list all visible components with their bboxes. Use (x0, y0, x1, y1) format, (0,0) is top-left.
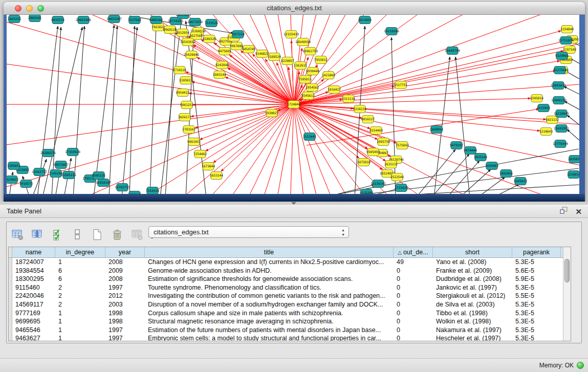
table-row[interactable]: 946554611997Estimation of the future num… (9, 326, 563, 335)
graph-node[interactable]: 1016427 (328, 86, 341, 94)
graph-node[interactable]: 8186328 (203, 35, 216, 43)
graph-node[interactable]: 7154324 (146, 187, 159, 194)
graph-node[interactable]: 7515526 (205, 19, 218, 27)
graph-node[interactable]: 7857224 (231, 31, 245, 38)
create-column-icon[interactable] (91, 227, 104, 242)
graph-node[interactable]: 1733426 (395, 184, 408, 192)
graph-node[interactable]: 8454749 (242, 46, 255, 53)
graph-node[interactable]: 8813054 (358, 16, 372, 24)
graph-node[interactable]: 1930027 (265, 110, 278, 117)
window-titlebar[interactable]: citations_edges.txt (4, 2, 585, 15)
column-header-title[interactable]: title (145, 247, 394, 257)
graph-node[interactable]: 9861251 (180, 101, 193, 109)
graph-node[interactable]: 12444158 (551, 97, 567, 104)
graph-node[interactable]: 1892456 (499, 170, 513, 178)
delete-column-icon[interactable] (111, 227, 124, 242)
graph-node[interactable]: 13505115 (61, 171, 76, 179)
float-window-icon[interactable] (560, 207, 568, 216)
table-row[interactable]: 946362711997Embryonic stem cells: a mode… (9, 334, 563, 341)
graph-node[interactable]: 1653144 (210, 172, 223, 180)
graph-node[interactable]: 8954413 (176, 89, 189, 97)
network-canvas[interactable]: 1724046796382289601288912954222605389827… (7, 15, 579, 194)
graph-node[interactable]: 8960128 (163, 26, 177, 34)
show-hide-columns-icon[interactable] (31, 227, 44, 242)
graph-node[interactable]: 9227343 (553, 67, 567, 74)
graph-node[interactable]: 1527602 (128, 16, 141, 24)
graph-node[interactable]: 1395051 (7, 162, 20, 170)
graph-node[interactable]: 16961758 (302, 48, 318, 55)
graph-node[interactable]: 8930448 (306, 68, 319, 75)
graph-node[interactable]: 14671938 (187, 18, 203, 26)
graph-node[interactable]: 1665255 (8, 15, 21, 23)
graph-node[interactable]: 1517751 (394, 81, 407, 89)
graph-node[interactable]: 9154469 (369, 127, 383, 135)
graph-node[interactable]: 8215958 (537, 104, 550, 112)
close-window-button[interactable] (15, 5, 21, 12)
graph-node[interactable]: 1695463 (485, 162, 498, 170)
graph-node[interactable]: 9135284 (360, 189, 373, 194)
graph-node[interactable]: 12770344 (553, 140, 568, 148)
graph-node[interactable]: 10653287 (106, 15, 122, 23)
deselect-all-columns-icon[interactable] (71, 227, 84, 242)
table-row[interactable]: 1938455462009Genome-wide association stu… (9, 267, 563, 275)
graph-node[interactable]: 2216134 (353, 105, 366, 113)
graph-node[interactable]: 9245012 (514, 178, 527, 185)
graph-node[interactable]: 16543812 (180, 38, 195, 46)
table-row[interactable]: 1456911722003Disruption of a novel membe… (9, 300, 563, 309)
table-row[interactable]: 1872400712008Changes of HCN gene express… (9, 258, 563, 267)
column-header-short[interactable]: short (433, 247, 512, 257)
column-header-pagerank[interactable]: pagerank (512, 247, 561, 257)
graph-node[interactable]: 9479197 (450, 142, 463, 149)
graph-node[interactable]: 1362615 (294, 62, 307, 70)
graph-node[interactable]: 8220057 (281, 57, 294, 65)
minimize-window-button[interactable] (26, 5, 33, 12)
graph-node[interactable]: 1783347 (182, 126, 195, 134)
graph-node[interactable]: 30975887 (53, 161, 69, 169)
graph-node[interactable]: 4035574 (51, 16, 64, 24)
graph-node[interactable]: 7254462 (193, 150, 207, 158)
graph-node[interactable]: 1895758 (377, 138, 390, 146)
table-options-icon[interactable] (11, 227, 24, 242)
graph-node[interactable]: 1421068 (322, 72, 335, 79)
select-all-columns-icon[interactable] (51, 227, 64, 242)
graph-node[interactable]: 17359928 (65, 148, 80, 156)
graph-node[interactable]: 8016127 (361, 116, 375, 123)
graph-node[interactable]: 1954562 (306, 84, 319, 92)
graph-node[interactable]: 2522544 (390, 173, 404, 181)
graph-node[interactable]: 1875810 (357, 159, 371, 166)
table-selector-dropdown[interactable]: citations_edges.txt ▲▼ (148, 226, 349, 238)
graph-node[interactable]: 7595811 (298, 76, 312, 83)
graph-node[interactable]: 9242848 (215, 61, 229, 69)
graph-node[interactable]: 15136141 (371, 180, 386, 188)
graph-node[interactable]: 9474444 (464, 147, 477, 155)
zoom-window-button[interactable] (37, 5, 44, 12)
graph-node[interactable]: 19218506 (384, 28, 399, 35)
table-row[interactable]: 2242004622012Investigating the contribut… (9, 292, 563, 300)
graph-node[interactable]: 20691406 (76, 16, 91, 24)
graph-node[interactable]: 1513445 (303, 133, 316, 141)
column-header-in-degree[interactable]: in_degree (55, 247, 105, 257)
table-row[interactable]: 977716911998Corpus callosum shape and si… (9, 309, 563, 318)
graph-node[interactable]: 9505135 (92, 172, 105, 180)
graph-node[interactable]: 3918573 (19, 180, 33, 188)
graph-node[interactable]: 16782753 (115, 184, 130, 191)
graph-node[interactable]: 20206576 (40, 149, 56, 157)
memory-status-icon[interactable] (577, 362, 584, 369)
vertical-scrollbar[interactable] (563, 247, 571, 341)
hub-node[interactable]: 1724046 (287, 101, 300, 108)
scrollbar-thumb[interactable] (564, 259, 570, 282)
graph-node[interactable]: 1154840 (560, 26, 574, 33)
graph-node[interactable]: 9475685 (218, 48, 231, 55)
graph-node[interactable]: 2620652 (7, 176, 18, 184)
graph-node[interactable]: 9146821 (255, 50, 269, 58)
graph-node[interactable]: 1035034 (568, 156, 579, 163)
graph-node[interactable]: 15692951 (554, 125, 569, 133)
graph-node[interactable]: 7955812 (314, 56, 328, 64)
table-row[interactable]: 969969511998Structural magnetic resonanc… (9, 317, 563, 326)
graph-node[interactable]: 16033809 (176, 15, 191, 19)
close-panel-icon[interactable]: ✕ (575, 208, 582, 216)
graph-node[interactable]: 3026171 (178, 114, 191, 121)
graph-node[interactable]: 16648784 (445, 47, 460, 55)
graph-node[interactable]: 1210643 (539, 128, 553, 136)
graph-node[interactable]: 16958107 (96, 179, 111, 187)
